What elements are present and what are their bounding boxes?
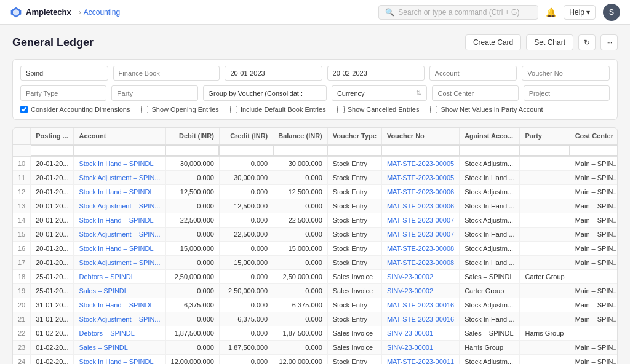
cell-account[interactable]: Stock In Hand – SPINDL	[74, 242, 165, 256]
cell-vno[interactable]: SINV-23-00002	[381, 270, 459, 284]
party-filter[interactable]	[111, 85, 197, 101]
table-row[interactable]: 11 20-01-20... Stock Adjustment – SPIN..…	[13, 171, 618, 185]
cb-cancelled[interactable]	[337, 106, 345, 113]
cell-account[interactable]: Stock In Hand – SPINDL	[74, 355, 165, 365]
table-row[interactable]: 23 01-02-20... Sales – SPINDL 0.000 1,87…	[13, 341, 618, 355]
table-row[interactable]: 15 20-01-20... Stock Adjustment – SPIN..…	[13, 228, 618, 242]
date-from-filter[interactable]	[225, 66, 322, 81]
col-filter-account[interactable]	[74, 145, 165, 156]
set-chart-button[interactable]: Set Chart	[526, 34, 573, 50]
cell-vno[interactable]: SINV-23-00002	[381, 284, 459, 298]
cell-account[interactable]: Sales – SPINDL	[74, 284, 165, 298]
cb-accounting-label[interactable]: Consider Accounting Dimensions	[20, 106, 130, 113]
date-to-filter[interactable]	[327, 66, 425, 81]
cell-vno[interactable]: MAT-STE-2023-00007	[381, 228, 459, 242]
avatar[interactable]: S	[603, 4, 620, 21]
col-header-vtype[interactable]: Voucher Type	[327, 128, 381, 144]
cb-default-book[interactable]	[230, 106, 237, 113]
cell-account[interactable]: Debtors – SPINDL	[74, 326, 165, 341]
create-card-button[interactable]: Create Card	[465, 34, 521, 50]
col-header-balance[interactable]: Balance (INR)	[273, 128, 328, 144]
cell-cost: Main – SPIN...	[570, 298, 618, 312]
cb-default-book-label[interactable]: Include Default Book Entries	[230, 106, 326, 113]
account-filter[interactable]	[429, 66, 517, 81]
cell-party	[520, 156, 570, 171]
cell-vno[interactable]: MAT-STE-2023-00016	[381, 312, 459, 326]
col-header-credit[interactable]: Credit (INR)	[219, 128, 273, 144]
cell-account[interactable]: Stock In Hand – SPINDL	[74, 156, 165, 171]
cell-account[interactable]: Stock Adjustment – SPIN...	[74, 256, 165, 270]
cell-account[interactable]: Stock In Hand – SPINDL	[74, 185, 165, 199]
cell-vno[interactable]: MAT-STE-2023-00005	[381, 156, 459, 171]
table-row[interactable]: 24 01-02-20... Stock In Hand – SPINDL 12…	[13, 355, 618, 365]
table-row[interactable]: 17 20-01-20... Stock Adjustment – SPIN..…	[13, 256, 618, 270]
cell-against-acc: Stock Adjustm...	[460, 298, 520, 312]
currency-filter[interactable]: Currency ⇅	[332, 85, 428, 101]
table-row[interactable]: 14 20-01-20... Stock In Hand – SPINDL 22…	[13, 213, 618, 228]
col-filter-balance[interactable]	[273, 145, 328, 156]
group-by-filter[interactable]	[203, 85, 327, 101]
table-row[interactable]: 18 25-01-20... Debtors – SPINDL 2,50,000…	[13, 270, 618, 284]
cell-vno[interactable]: MAT-STE-2023-00016	[381, 298, 459, 312]
table-row[interactable]: 13 20-01-20... Stock Adjustment – SPIN..…	[13, 199, 618, 213]
cell-vno[interactable]: MAT-STE-2023-00008	[381, 242, 459, 256]
col-header-against-acc[interactable]: Against Acco...	[460, 128, 520, 144]
cb-opening[interactable]	[141, 106, 148, 113]
col-filter-debit[interactable]	[165, 145, 219, 156]
cell-account[interactable]: Sales – SPINDL	[74, 341, 165, 355]
more-options-button[interactable]: ···	[600, 34, 618, 50]
cell-account[interactable]: Stock Adjustment – SPIN...	[74, 171, 165, 185]
col-filter-vtype[interactable]	[327, 145, 381, 156]
table-row[interactable]: 19 25-01-20... Sales – SPINDL 0.000 2,50…	[13, 284, 618, 298]
table-row[interactable]: 12 20-01-20... Stock In Hand – SPINDL 12…	[13, 185, 618, 199]
cell-vno[interactable]: MAT-STE-2023-00005	[381, 171, 459, 185]
cell-num: 23	[13, 341, 31, 355]
cell-account[interactable]: Debtors – SPINDL	[74, 270, 165, 284]
col-header-vno[interactable]: Voucher No	[381, 128, 459, 144]
cell-vno[interactable]: SINV-23-00001	[381, 326, 459, 341]
breadcrumb-accounting[interactable]: Accounting	[84, 8, 120, 17]
voucher-no-filter[interactable]	[522, 66, 610, 81]
cb-net-values-label[interactable]: Show Net Values in Party Account	[430, 106, 543, 113]
col-filter-party[interactable]	[520, 145, 570, 156]
cost-center-filter[interactable]	[432, 85, 518, 101]
cb-accounting[interactable]	[20, 106, 28, 113]
cell-vno[interactable]: MAT-STE-2023-00008	[381, 256, 459, 270]
col-header-debit[interactable]: Debit (INR)	[165, 128, 219, 144]
col-header-account[interactable]: Account	[74, 128, 165, 144]
col-header-cost[interactable]: Cost Center	[570, 128, 618, 144]
table-row[interactable]: 21 31-01-20... Stock Adjustment – SPIN..…	[13, 312, 618, 326]
col-filter-vno[interactable]	[381, 145, 459, 156]
search-bar[interactable]: 🔍 Search or type a command (Ctrl + G)	[378, 5, 538, 20]
cb-opening-label[interactable]: Show Opening Entries	[141, 106, 218, 113]
table-row[interactable]: 10 20-01-20... Stock In Hand – SPINDL 30…	[13, 156, 618, 171]
table-row[interactable]: 16 20-01-20... Stock In Hand – SPINDL 15…	[13, 242, 618, 256]
col-header-date[interactable]: Posting ...	[31, 128, 74, 144]
help-button[interactable]: Help ▾	[564, 5, 596, 20]
cell-account[interactable]: Stock In Hand – SPINDL	[74, 298, 165, 312]
cell-vno[interactable]: MAT-STE-2023-00011	[381, 355, 459, 365]
cell-vno[interactable]: MAT-STE-2023-00006	[381, 185, 459, 199]
cell-account[interactable]: Stock Adjustment – SPIN...	[74, 199, 165, 213]
cell-account[interactable]: Stock In Hand – SPINDL	[74, 213, 165, 228]
col-filter-date[interactable]	[31, 145, 74, 156]
cell-account[interactable]: Stock Adjustment – SPIN...	[74, 312, 165, 326]
table-row[interactable]: 20 31-01-20... Stock In Hand – SPINDL 6,…	[13, 298, 618, 312]
table-row[interactable]: 22 01-02-20... Debtors – SPINDL 1,87,500…	[13, 326, 618, 341]
col-filter-credit[interactable]	[219, 145, 273, 156]
finance-book-filter[interactable]	[113, 66, 220, 81]
refresh-button[interactable]: ↻	[578, 34, 596, 50]
cb-cancelled-label[interactable]: Show Cancelled Entries	[337, 106, 420, 113]
cell-vno[interactable]: SINV-23-00001	[381, 341, 459, 355]
party-type-filter[interactable]	[20, 85, 106, 101]
col-header-party[interactable]: Party	[520, 128, 570, 144]
cell-vno[interactable]: MAT-STE-2023-00007	[381, 213, 459, 228]
notification-bell-icon[interactable]: 🔔	[546, 7, 556, 17]
cb-net-values[interactable]	[430, 106, 437, 113]
cell-account[interactable]: Stock Adjustment – SPIN...	[74, 228, 165, 242]
spindl-filter[interactable]	[20, 66, 108, 81]
col-filter-against[interactable]	[460, 145, 520, 156]
col-filter-cost[interactable]	[570, 145, 618, 156]
project-filter[interactable]	[524, 85, 610, 101]
cell-vno[interactable]: MAT-STE-2023-00006	[381, 199, 459, 213]
